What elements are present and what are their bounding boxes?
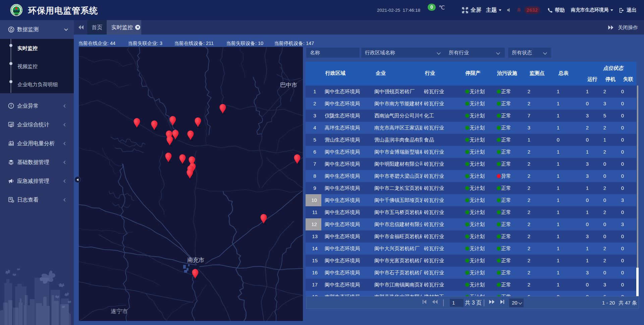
svg-text:遂宁市: 遂宁市 [111,308,128,315]
